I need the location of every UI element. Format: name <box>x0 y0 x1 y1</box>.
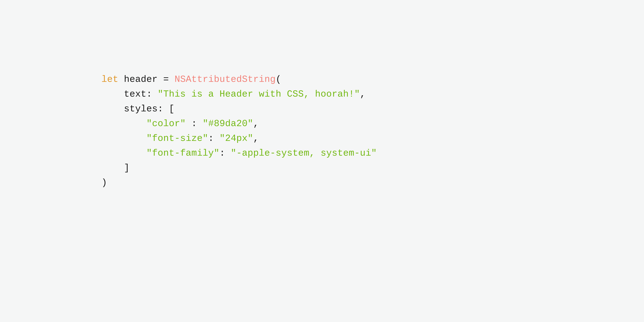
code-line-6: "font-family": "-apple-system, system-ui… <box>102 148 377 158</box>
space <box>186 118 192 129</box>
space <box>214 133 220 144</box>
code-line-7: ] <box>102 163 130 173</box>
open-bracket: [ <box>169 104 174 114</box>
dict-key-color: "color" <box>146 118 186 129</box>
space <box>158 74 163 85</box>
arg-label-styles: styles: <box>124 104 163 114</box>
code-line-3: styles: [ <box>102 104 174 114</box>
arg-label-text: text: <box>124 89 152 100</box>
dict-val-color: "#89da20" <box>202 118 253 129</box>
comma: , <box>253 118 259 129</box>
code-line-8: ) <box>102 178 107 188</box>
comma: , <box>360 89 366 100</box>
colon: : <box>208 133 214 144</box>
identifier-header: header <box>124 74 158 85</box>
code-line-2: text: "This is a Header with CSS, hoorah… <box>102 89 366 100</box>
dict-val-font-size: "24px" <box>220 133 253 144</box>
open-paren: ( <box>276 74 282 85</box>
code-block: let header = NSAttributedString( text: "… <box>102 72 377 190</box>
indent <box>102 133 146 144</box>
indent <box>102 89 124 100</box>
space <box>152 89 158 100</box>
space <box>225 148 231 158</box>
type-nsattributedstring: NSAttributedString <box>174 74 276 85</box>
comma: , <box>253 133 259 144</box>
space <box>163 104 169 114</box>
code-line-5: "font-size": "24px", <box>102 133 259 144</box>
code-line-1: let header = NSAttributedString( <box>102 74 281 85</box>
code-line-4: "color" : "#89da20", <box>102 118 259 129</box>
close-paren: ) <box>102 178 107 188</box>
indent <box>102 104 124 114</box>
indent <box>102 163 124 173</box>
string-header-text: "This is a Header with CSS, hoorah!" <box>158 89 360 100</box>
space <box>197 118 203 129</box>
keyword-let: let <box>102 74 118 85</box>
colon: : <box>220 148 225 158</box>
dict-val-font-family: "-apple-system, system-ui" <box>231 148 377 158</box>
indent <box>102 148 146 158</box>
operator-equals: = <box>163 74 169 85</box>
colon: : <box>191 118 197 129</box>
dict-key-font-family: "font-family" <box>146 148 220 158</box>
close-bracket: ] <box>124 163 130 173</box>
space <box>169 74 174 85</box>
dict-key-font-size: "font-size" <box>146 133 208 144</box>
indent <box>102 118 146 129</box>
space <box>118 74 124 85</box>
